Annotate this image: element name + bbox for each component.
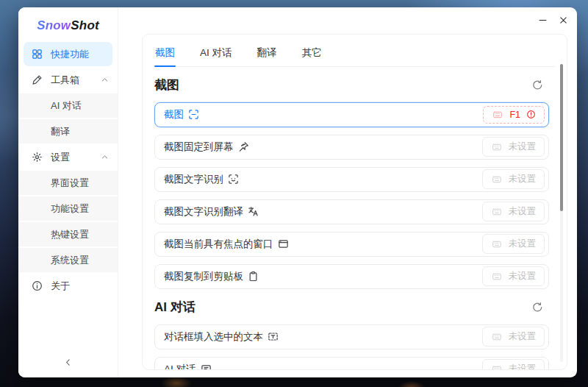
hotkey-row-ocr[interactable]: 截图文字识别未设置 [154,167,549,192]
hotkey-row-fill-selected-text[interactable]: 对话框填入选中的文本未设置 [154,324,549,349]
keyboard-icon [491,240,503,249]
hotkey-unset-button[interactable]: 未设置 [482,359,545,370]
hotkey-row-copy-to-clipboard[interactable]: 截图复制到剪贴板未设置 [154,264,549,289]
tab-translate[interactable]: 翻译 [257,42,278,66]
hotkey-row-label: 截图文字识别翻译 [164,205,243,219]
hotkey-row-pin-to-screen[interactable]: 截图固定到屏幕未设置 [154,135,549,160]
sidebar-item-label: 系统设置 [51,254,110,267]
hotkey-row-label: 截图固定到屏幕 [164,141,234,154]
text-select-icon [268,331,279,342]
pen-icon [32,74,43,85]
tab-other[interactable]: 其它 [301,42,323,66]
minimize-icon [538,15,548,25]
chat-icon [201,363,212,370]
keyboard-icon [491,333,503,341]
section-title: 截图 [154,77,179,93]
sidebar-item-label: 界面设置 [51,177,110,190]
sidebar-item-toolbox[interactable]: 工具箱 [18,68,118,92]
sections-container: 截图截图F1截图固定到屏幕未设置截图文字识别未设置截图文字识别翻译未设置截图当前… [154,77,555,370]
hotkey-row-left: 截图文字识别翻译 [164,205,259,219]
sidebar-item-label: 关于 [51,280,110,293]
sidebar-item-ui-settings[interactable]: 界面设置 [18,171,118,195]
tab-screenshot[interactable]: 截图 [154,42,176,66]
hotkey-row-label: 截图文字识别 [164,173,223,186]
window-icon [278,238,289,249]
translate-icon [248,206,259,217]
sidebar-item-about[interactable]: 关于 [18,274,118,298]
hotkey-value-button[interactable]: F1 [483,106,545,124]
sidebar-item-function-settings[interactable]: 功能设置 [18,196,118,221]
keyboard-icon [492,110,503,119]
info-icon [32,280,43,291]
refresh-icon[interactable] [532,302,543,313]
hotkey-value: 未设置 [509,141,537,153]
keyboard-icon [491,143,503,152]
section-header-screenshot: 截图 [154,77,555,93]
hotkey-unset-button[interactable]: 未设置 [482,234,545,254]
tab-ai-chat[interactable]: AI 对话 [199,42,233,66]
hotkey-unset-button[interactable]: 未设置 [482,266,545,286]
hotkey-unset-button[interactable]: 未设置 [482,169,545,189]
ocr-icon [228,174,239,185]
sidebar-collapse-button[interactable] [18,347,118,377]
sidebar-item-hotkey-settings[interactable]: 热键设置 [18,222,118,246]
sidebar-item-settings[interactable]: 设置 [18,145,118,169]
section-header-ai-chat: AI 对话 [154,299,555,316]
hotkey-row-screenshot[interactable]: 截图F1 [154,102,549,127]
sidebar-item-label: 快捷功能 [51,48,105,61]
hotkey-value: F1 [509,110,520,120]
hotkey-value: 未设置 [509,205,537,218]
logo-shot: Shot [71,18,99,32]
hotkey-value: 未设置 [509,363,537,370]
close-button[interactable] [553,12,573,29]
keyboard-icon [491,207,503,216]
hotkey-row-label: 截图复制到剪贴板 [164,270,243,283]
hotkey-row-left: 截图复制到剪贴板 [164,270,259,283]
sidebar-item-system-settings[interactable]: 系统设置 [18,248,118,272]
hotkey-row-label: 截图 [164,108,184,121]
scrollbar-thumb[interactable] [560,64,563,211]
hotkey-row-ocr-translate[interactable]: 截图文字识别翻译未设置 [154,199,549,224]
hotkey-row-ai-chat[interactable]: AI 对话未设置 [154,357,549,370]
hotkey-value: 未设置 [509,238,537,250]
hotkey-unset-button[interactable]: 未设置 [482,202,545,221]
sidebar-item-label: 热键设置 [51,228,110,241]
sidebar-item-translate[interactable]: 翻译 [18,119,118,143]
hotkey-row-label: AI 对话 [164,363,196,370]
clipboard-icon [248,271,259,282]
warn-circle-icon [526,110,536,119]
chevron-up-icon [101,76,109,84]
pin-icon [238,141,249,152]
keyboard-icon [491,365,503,370]
close-icon [559,15,568,25]
sidebar-item-label: AI 对话 [51,99,110,113]
snowshot-window: SnowShot 快捷功能工具箱AI 对话翻译设置界面设置功能设置热键设置系统设… [18,7,577,377]
hotkey-value: 未设置 [509,270,537,283]
sidebar-item-label: 设置 [51,151,101,164]
sidebar-menu: 快捷功能工具箱AI 对话翻译设置界面设置功能设置热键设置系统设置关于 [18,42,118,347]
sidebar-item-label: 翻译 [51,125,110,138]
hotkey-value: 未设置 [509,330,537,343]
sidebar-item-ai-chat[interactable]: AI 对话 [18,93,118,118]
chevron-up-icon [101,153,109,161]
sidebar: SnowShot 快捷功能工具箱AI 对话翻译设置界面设置功能设置热键设置系统设… [18,7,118,377]
section-title: AI 对话 [154,299,196,316]
sidebar-item-label: 工具箱 [51,74,101,87]
hotkey-unset-button[interactable]: 未设置 [482,137,545,157]
hotkey-row-label: 截图当前具有焦点的窗口 [164,238,273,251]
hotkey-row-left: 截图当前具有焦点的窗口 [164,238,289,251]
hotkey-value: 未设置 [509,173,537,185]
hotkey-settings-panel: 截图AI 对话翻译其它 截图截图F1截图固定到屏幕未设置截图文字识别未设置截图文… [142,34,567,370]
hotkey-row-capture-focused-window[interactable]: 截图当前具有焦点的窗口未设置 [154,232,549,257]
main-area: 截图AI 对话翻译其它 截图截图F1截图固定到屏幕未设置截图文字识别未设置截图文… [118,7,577,377]
minimize-button[interactable] [533,12,552,29]
sidebar-item-quick-functions[interactable]: 快捷功能 [24,42,112,66]
hotkey-row-left: 截图 [164,108,199,121]
window-titlebar [118,7,577,34]
hotkey-unset-button[interactable]: 未设置 [482,327,545,347]
app-logo: SnowShot [18,7,118,42]
crop-icon [188,109,199,120]
hotkey-row-left: 截图固定到屏幕 [164,141,249,154]
refresh-icon[interactable] [532,79,543,90]
logo-snow: Snow [37,18,71,32]
